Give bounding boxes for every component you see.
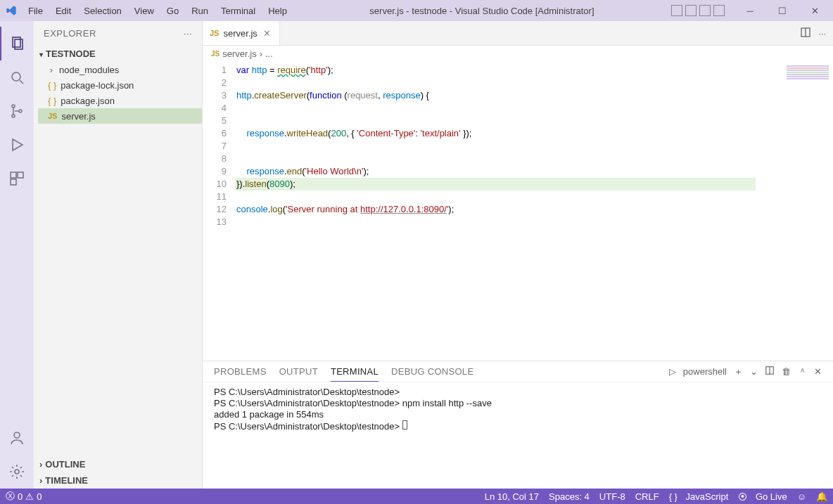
breadcrumb-file: server.js <box>222 49 256 59</box>
svg-point-4 <box>12 105 15 108</box>
menu-go[interactable]: Go <box>161 3 184 19</box>
tab-server-js[interactable]: JS server.js ✕ <box>203 21 280 45</box>
menu-bar: File Edit Selection View Go Run Terminal… <box>23 3 293 19</box>
customize-layout-icon[interactable] <box>713 5 725 16</box>
menu-help[interactable]: Help <box>262 3 293 19</box>
activity-bar <box>0 21 34 489</box>
js-icon: JS <box>211 50 220 58</box>
split-editor-icon[interactable] <box>800 27 811 40</box>
editor[interactable]: 12345678910111213 var http = require('ht… <box>203 61 833 361</box>
sidebar: EXPLORER ··· TESTNODE node_modules { } p… <box>34 21 203 489</box>
status-errors-warnings[interactable]: ⓧ0 ⚠0 <box>6 490 42 503</box>
panel-close-icon[interactable]: ✕ <box>814 366 822 377</box>
tab-label: server.js <box>223 28 257 39</box>
panel-tab-debug-console[interactable]: DEBUG CONSOLE <box>391 362 473 381</box>
tree-label: package.json <box>61 96 115 106</box>
folder-name: TESTNODE <box>46 49 96 59</box>
panel-tab-terminal[interactable]: TERMINAL <box>331 362 379 382</box>
activity-run-debug[interactable] <box>0 128 34 162</box>
file-tree: node_modules { } package-lock.json { } p… <box>34 62 202 124</box>
tab-bar: JS server.js ✕ ··· <box>203 21 833 46</box>
tree-file-package-json[interactable]: { } package.json <box>38 93 202 108</box>
svg-rect-10 <box>11 179 16 185</box>
status-eol[interactable]: CRLF <box>635 491 659 502</box>
window-title: server.js - testnode - Visual Studio Cod… <box>293 6 671 16</box>
terminal-new-icon[interactable]: ＋ <box>734 366 743 378</box>
activity-explorer[interactable] <box>0 27 34 60</box>
menu-view[interactable]: View <box>129 3 160 19</box>
activity-search[interactable] <box>0 60 34 94</box>
chevron-right-icon <box>48 65 55 75</box>
outline-section[interactable]: OUTLINE <box>34 456 202 472</box>
svg-point-12 <box>15 470 19 474</box>
chevron-down-icon <box>39 49 43 59</box>
timeline-label: TIMELINE <box>45 475 88 486</box>
status-bell-icon[interactable]: 🔔 <box>816 491 827 502</box>
terminal-launch-profile-icon[interactable]: ▷ <box>669 366 676 377</box>
chevron-right-icon <box>39 459 42 470</box>
terminal[interactable]: PS C:\Users\Administrator\Desktop\testno… <box>203 382 833 489</box>
timeline-section[interactable]: TIMELINE <box>34 472 202 489</box>
menu-terminal[interactable]: Terminal <box>215 3 261 19</box>
menu-file[interactable]: File <box>23 3 49 19</box>
json-icon: { } <box>48 96 56 106</box>
editor-more-icon[interactable]: ··· <box>818 28 826 39</box>
tree-file-server-js[interactable]: JS server.js <box>38 108 202 124</box>
sidebar-header: EXPLORER ··· <box>34 21 202 46</box>
toggle-panel-right-icon[interactable] <box>699 5 711 16</box>
warning-icon: ⚠ <box>25 491 34 502</box>
activity-source-control[interactable] <box>0 94 34 128</box>
sidebar-more-icon[interactable]: ··· <box>184 28 192 39</box>
editor-group: JS server.js ✕ ··· JS server.js › ... 12… <box>203 21 833 489</box>
json-icon: { } <box>48 80 56 91</box>
panel-maximize-icon[interactable]: ＾ <box>798 366 807 378</box>
panel-tab-bar: PROBLEMS OUTPUT TERMINAL DEBUG CONSOLE ▷… <box>203 361 833 382</box>
menu-edit[interactable]: Edit <box>50 3 77 19</box>
status-encoding[interactable]: UTF-8 <box>599 491 625 502</box>
maximize-button[interactable]: ☐ <box>768 1 796 20</box>
tree-folder-node-modules[interactable]: node_modules <box>38 62 202 77</box>
status-bar: ⓧ0 ⚠0 Ln 10, Col 17 Spaces: 4 UTF-8 CRLF… <box>0 489 833 504</box>
tree-file-package-lock[interactable]: { } package-lock.json <box>38 77 202 93</box>
menu-selection[interactable]: Selection <box>78 3 127 19</box>
close-button[interactable]: ✕ <box>801 1 829 20</box>
breadcrumbs[interactable]: JS server.js › ... <box>203 46 833 61</box>
svg-rect-1 <box>15 39 23 49</box>
terminal-shell[interactable]: powershell <box>683 366 727 377</box>
toggle-panel-left-icon[interactable] <box>671 5 682 16</box>
terminal-split-icon[interactable] <box>765 366 775 377</box>
activity-accounts[interactable] <box>0 421 34 455</box>
activity-manage[interactable] <box>0 455 34 489</box>
folder-section-head[interactable]: TESTNODE <box>34 46 202 62</box>
svg-point-5 <box>12 115 15 117</box>
terminal-kill-icon[interactable]: 🗑 <box>782 366 791 377</box>
toggle-panel-bottom-icon[interactable] <box>685 5 697 16</box>
minimize-button[interactable]: ─ <box>736 1 764 20</box>
menu-run[interactable]: Run <box>186 3 214 19</box>
outline-label: OUTLINE <box>45 459 85 470</box>
js-icon: JS <box>48 112 57 120</box>
svg-rect-8 <box>11 172 16 178</box>
status-feedback-icon[interactable]: ☺ <box>797 491 806 502</box>
svg-rect-9 <box>18 172 23 178</box>
line-gutter: 12345678910111213 <box>203 61 235 361</box>
chevron-right-icon: › <box>260 49 262 59</box>
js-icon: JS <box>210 29 219 37</box>
chevron-right-icon <box>39 475 42 486</box>
panel-tab-output[interactable]: OUTPUT <box>279 362 318 381</box>
chevron-down-icon[interactable]: ⌄ <box>750 366 758 377</box>
svg-rect-0 <box>13 37 20 47</box>
minimap[interactable] <box>756 61 833 361</box>
panel-tab-problems[interactable]: PROBLEMS <box>214 362 267 381</box>
breadcrumb-rest: ... <box>265 49 273 59</box>
status-indentation[interactable]: Spaces: 4 <box>549 491 590 502</box>
activity-extensions[interactable] <box>0 162 34 195</box>
code-area[interactable]: var http = require('http');http.createSe… <box>235 61 756 361</box>
tree-label: server.js <box>61 111 95 122</box>
tab-close-icon[interactable]: ✕ <box>262 28 272 39</box>
status-language[interactable]: { } JavaScript <box>669 491 729 502</box>
status-cursor-position[interactable]: Ln 10, Col 17 <box>485 491 539 502</box>
error-icon: ⓧ <box>6 490 15 503</box>
status-go-live[interactable]: ⦿ Go Live <box>738 491 787 502</box>
layout-controls <box>671 5 725 16</box>
